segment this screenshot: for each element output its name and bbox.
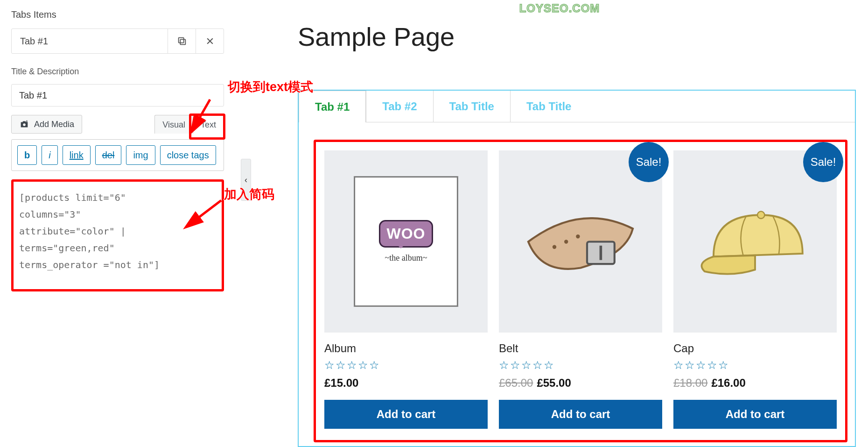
arrow-icon: [184, 198, 226, 233]
text-editor-toolbar: b i link del img close tags: [11, 139, 224, 171]
svg-point-12: [757, 211, 764, 218]
watermark-text: LOYSEO.COM: [519, 2, 600, 15]
page-preview: LOYSEO.COM Sample Page Tab #1 Tab #2 Tab…: [251, 0, 868, 447]
product-price: £65.00£55.00: [499, 376, 662, 390]
product-name: Belt: [499, 342, 662, 355]
tabs-widget-frame: Tab #1 Tab #2 Tab Title Tab Title WOO ~t…: [298, 90, 856, 447]
shortcode-textarea[interactable]: [products limit="6" columns="3" attribut…: [11, 179, 224, 291]
annotation-add-shortcode: 加入简码: [224, 186, 274, 203]
add-media-label: Add Media: [34, 120, 74, 129]
svg-line-6: [189, 200, 221, 225]
product-card: Sale! Cap ☆☆☆☆☆ £18.00£16.00 Add to cart: [673, 150, 837, 429]
product-name: Album: [324, 342, 488, 355]
page-title: Sample Page: [298, 21, 868, 52]
svg-point-4: [23, 123, 26, 126]
star-rating: ☆☆☆☆☆: [324, 359, 488, 372]
link-button[interactable]: link: [63, 145, 91, 165]
album-illustration: WOO ~the album~: [354, 176, 458, 307]
close-tags-button[interactable]: close tags: [160, 145, 216, 165]
star-rating: ☆☆☆☆☆: [673, 359, 837, 372]
add-to-cart-button[interactable]: Add to cart: [499, 400, 662, 429]
tab-3[interactable]: Tab Title: [433, 91, 510, 122]
tabs-nav: Tab #1 Tab #2 Tab Title Tab Title: [299, 91, 855, 122]
tab-item-row[interactable]: Tab #1: [11, 28, 224, 54]
camera-music-icon: [19, 119, 29, 129]
cap-illustration: [690, 178, 820, 305]
duplicate-icon[interactable]: [168, 29, 196, 53]
svg-rect-0: [180, 39, 185, 44]
chevron-left-icon: ‹: [245, 175, 247, 185]
product-image[interactable]: Sale!: [499, 150, 662, 333]
sale-badge: Sale!: [629, 142, 669, 182]
product-card: WOO ~the album~ Album ☆☆☆☆☆ £15.00 Add t…: [324, 150, 488, 429]
svg-point-11: [576, 234, 580, 238]
product-image[interactable]: WOO ~the album~: [324, 150, 488, 333]
star-rating: ☆☆☆☆☆: [499, 359, 662, 372]
products-grid: WOO ~the album~ Album ☆☆☆☆☆ £15.00 Add t…: [314, 140, 847, 442]
bold-button[interactable]: b: [17, 145, 37, 165]
tab-filler: [587, 91, 855, 122]
add-to-cart-button[interactable]: Add to cart: [673, 400, 837, 429]
belt-illustration: [515, 178, 646, 305]
svg-line-5: [193, 99, 210, 129]
add-media-button[interactable]: Add Media: [11, 115, 82, 134]
woo-logo: WOO: [379, 220, 434, 248]
product-card: Sale! Belt ☆☆☆☆☆ £65.00£55.00 Add to car…: [499, 150, 662, 429]
svg-point-10: [564, 240, 568, 243]
tabs-items-label: Tabs Items: [11, 9, 224, 20]
product-name: Cap: [673, 342, 837, 355]
sale-badge: Sale!: [803, 142, 843, 182]
add-to-cart-button[interactable]: Add to cart: [324, 400, 488, 429]
del-button[interactable]: del: [95, 145, 122, 165]
product-image[interactable]: Sale!: [673, 150, 837, 333]
img-button[interactable]: img: [126, 145, 155, 165]
tab-item-title: Tab #1: [12, 29, 168, 53]
svg-point-9: [553, 245, 556, 248]
album-subtitle: ~the album~: [385, 253, 427, 263]
title-description-label: Title & Description: [11, 67, 224, 77]
arrow-icon: [187, 97, 215, 136]
annotation-switch-text: 切换到text模式: [228, 78, 313, 95]
svg-rect-1: [178, 38, 183, 43]
product-price: £15.00: [324, 376, 488, 390]
tab-4[interactable]: Tab Title: [510, 91, 587, 122]
product-price: £18.00£16.00: [673, 376, 837, 390]
italic-button[interactable]: i: [42, 145, 57, 165]
tab-2[interactable]: Tab #2: [366, 91, 433, 122]
tab-1[interactable]: Tab #1: [299, 91, 366, 122]
close-icon[interactable]: [196, 29, 224, 53]
